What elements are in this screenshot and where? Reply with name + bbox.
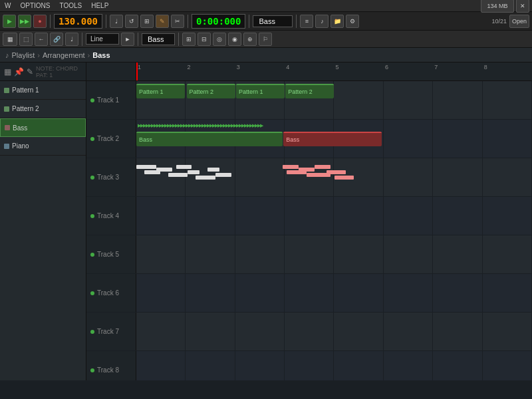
- pattern-item-bass[interactable]: Bass: [0, 118, 86, 137]
- clip-t1-pattern2-a[interactable]: Pattern 2: [187, 84, 235, 98]
- grid-button[interactable]: ⊞: [182, 33, 196, 46]
- arrow-left-button[interactable]: ←: [35, 33, 48, 46]
- mixer-button[interactable]: ≡: [300, 15, 313, 28]
- track-lane-2[interactable]: ▶▶▶▶▶▶▶▶▶▶▶▶▶▶▶▶▶▶▶▶▶▶▶▶▶▶▶▶▶▶▶▶▶▶▶▶▶▶▶▶…: [136, 120, 532, 158]
- sep6: [82, 33, 82, 46]
- track-name-4: Track 4: [97, 212, 119, 219]
- pattern-item-1[interactable]: Pattern 1: [0, 81, 86, 100]
- metronome-button[interactable]: ♩: [110, 15, 123, 28]
- clip-t1-pattern1-a[interactable]: Pattern 1: [136, 84, 185, 98]
- piano-note-8: [207, 168, 219, 172]
- pattern-list: ▦ 📌 ✎ NOTE: CHORD PAT: 1 Pattern 1 Patte…: [0, 63, 86, 380]
- track-label-4: Track 4: [86, 197, 136, 235]
- bpm-display[interactable]: 130.000: [54, 14, 102, 29]
- clip-label: Bass: [139, 136, 152, 143]
- menu-w[interactable]: W: [3, 1, 13, 10]
- settings-button[interactable]: ⚙: [346, 15, 359, 28]
- pattern-name-1: Pattern 1: [12, 86, 82, 94]
- ruler-mark-2: 2: [186, 63, 190, 80]
- collapse-button[interactable]: ⊟: [198, 33, 211, 46]
- step-seq-button[interactable]: ▦: [3, 33, 17, 46]
- track-active-dot-3: [90, 176, 94, 180]
- bookmark-button[interactable]: ⚐: [259, 33, 272, 46]
- pencil-button[interactable]: ✎: [156, 15, 169, 28]
- menu-options[interactable]: OPTIONS: [18, 1, 52, 10]
- piano-note-9: [215, 173, 231, 177]
- play-pattern-button[interactable]: ▶▶: [18, 15, 31, 28]
- track-ruler-header: 1 2 3 4 5 6 7: [86, 63, 532, 81]
- ruler-mark-5: 5: [334, 63, 339, 80]
- sep7: [138, 33, 138, 46]
- ruler-mark-3: 3: [235, 63, 240, 80]
- separator2: [106, 15, 106, 28]
- piano-note-pink-1: [283, 165, 299, 169]
- track-lane-5[interactable]: [136, 235, 532, 273]
- track-active-dot-4: [90, 214, 94, 218]
- ruler-num-4: 4: [285, 63, 289, 70]
- play-button[interactable]: ▶: [3, 15, 16, 28]
- track-lane-8[interactable]: [136, 351, 532, 380]
- note-button[interactable]: ♩: [65, 33, 78, 46]
- browser-button[interactable]: 📁: [331, 15, 344, 28]
- pattern-color-bass: [5, 125, 10, 130]
- track-lane-3[interactable]: [136, 158, 532, 196]
- track-row-6: Track 6: [86, 274, 532, 313]
- cut-button[interactable]: ✂: [171, 15, 184, 28]
- track-instrument-display: Bass: [142, 33, 175, 45]
- record2-button[interactable]: ⊕: [243, 33, 257, 46]
- track-active-dot-8: [90, 368, 94, 372]
- channel-rack-button[interactable]: ⬚: [19, 33, 33, 46]
- track-active-dot-2: [90, 137, 94, 141]
- ruler-num-3: 3: [235, 63, 240, 70]
- time-display: 0:00:000: [192, 14, 245, 29]
- breadcrumb-bass[interactable]: Bass: [92, 51, 110, 59]
- piano-note-6: [188, 170, 200, 174]
- pattern-item-2[interactable]: Pattern 2: [0, 100, 86, 118]
- pattern-item-piano[interactable]: Piano: [0, 137, 86, 156]
- breadcrumb-playlist[interactable]: Playlist: [12, 51, 35, 59]
- track-area: 1 2 3 4 5 6 7: [86, 63, 532, 380]
- track-row-8: Track 8: [86, 351, 532, 380]
- track-row-2: Track 2 ▶▶▶▶▶▶▶▶▶▶▶▶▶▶▶▶▶▶▶▶▶▶▶▶▶▶▶▶▶▶▶▶…: [86, 120, 532, 158]
- link-button[interactable]: 🔗: [50, 33, 63, 46]
- menu-help[interactable]: HELP: [89, 1, 110, 10]
- track-label-7: Track 7: [86, 313, 136, 350]
- clip-t1-pattern2-b[interactable]: Pattern 2: [285, 84, 334, 98]
- piano-note-1: [136, 165, 156, 169]
- clip-t1-pattern1-b[interactable]: Pattern 1: [236, 84, 285, 98]
- piano-roll-button[interactable]: ♪: [315, 15, 329, 28]
- track-lane-7[interactable]: [136, 313, 532, 350]
- arrow-right-button[interactable]: ►: [121, 33, 134, 46]
- breadcrumb-arrangement[interactable]: Arrangement: [43, 51, 85, 59]
- clip-label: Pattern 1: [139, 88, 164, 95]
- menu-tools[interactable]: TOOLS: [57, 1, 84, 10]
- close-button[interactable]: ✕: [516, 0, 529, 13]
- clip-t2-bass-a[interactable]: Bass: [136, 132, 283, 146]
- loop-button[interactable]: ↺: [125, 15, 138, 28]
- mute-button[interactable]: ◎: [213, 33, 226, 46]
- secondary-toolbar: ▦ ⬚ ← 🔗 ♩ Line ► Bass ⊞ ⊟ ◎ ◉ ⊕ ⚐: [0, 31, 532, 48]
- line-mode-display[interactable]: Line: [86, 33, 119, 45]
- clip-label: Bass: [286, 136, 299, 143]
- clip-label: Pattern 2: [190, 88, 214, 95]
- track-row-7: Track 7: [86, 313, 532, 351]
- ruler-mark-6: 6: [384, 63, 388, 80]
- separator4: [249, 15, 249, 28]
- track-lane-6[interactable]: [136, 274, 532, 312]
- track-lane-4[interactable]: [136, 197, 532, 235]
- ruler-num-8: 8: [483, 63, 487, 70]
- clip-t2-bass-b[interactable]: Bass: [283, 132, 382, 146]
- track-label-5: Track 5: [86, 235, 136, 273]
- playhead: [136, 63, 138, 80]
- record-button[interactable]: ●: [33, 15, 47, 28]
- open-button[interactable]: Open: [509, 15, 529, 28]
- ruler-mark-7: 7: [433, 63, 438, 80]
- solo-button[interactable]: ◉: [228, 33, 241, 46]
- pattern-name-2: Pattern 2: [12, 105, 82, 112]
- track-name-7: Track 7: [97, 328, 119, 335]
- snap-button[interactable]: ⊞: [140, 15, 154, 28]
- ruler-mark-4: 4: [285, 63, 289, 80]
- breadcrumb-bar: ♪ Playlist › Arrangement › Bass: [0, 48, 532, 63]
- instrument-display: Bass: [253, 15, 293, 27]
- track-lane-1[interactable]: Pattern 1 Pattern 2 Pattern 1 Pattern 2: [136, 81, 532, 119]
